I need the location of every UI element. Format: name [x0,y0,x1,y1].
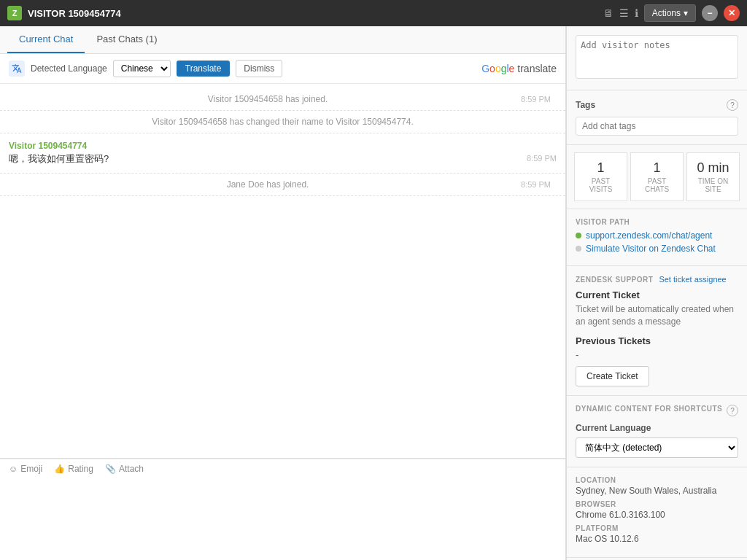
system-message-3: Jane Doe has joined. 8:59 PM [0,176,565,192]
current-language-select[interactable]: 简体中文 (detected) [576,438,738,458]
system-message-1: Visitor 1509454658 has joined. 8:59 PM [0,91,565,107]
stat-past-chats: 1 PAST CHATS [630,152,684,201]
browser-key: BROWSER [576,500,738,508]
past-chats-number: 1 [637,160,677,176]
titlebar-info-icon: ℹ [635,7,638,19]
set-assignee-link[interactable]: Set ticket assignee [659,275,726,284]
platform-key: PLATFORM [576,524,738,532]
minimize-button[interactable]: − [702,5,718,21]
rating-icon: 👍 [54,464,65,474]
actions-button[interactable]: Actions ▾ [644,4,696,22]
translate-bar: Detected Language Chinese Translate Dism… [0,54,565,84]
current-language-label: Current Language [576,423,738,433]
path-dot-1 [576,233,581,238]
previous-tickets-value: - [576,349,738,360]
app-icon: Z [7,6,22,20]
visitor-message-block: Visitor 1509454774 嗯，我该如何重置密码? 8:59 PM [0,136,565,170]
notes-section [567,26,747,90]
notes-textarea[interactable] [576,35,738,79]
zendesk-support-label: ZENDESK SUPPORT [576,276,653,284]
tags-help-icon[interactable]: ? [727,99,738,111]
visitor-path-label: VISITOR PATH [576,218,738,226]
detected-language-label: Detected Language [31,63,107,74]
tags-input[interactable] [576,117,738,136]
close-button[interactable]: ✕ [724,5,740,21]
create-ticket-button[interactable]: Create Ticket [576,366,649,386]
tags-section: Tags ? [567,90,747,145]
stat-past-visits: 1 PAST VISITS [574,152,627,201]
current-ticket-desc: Ticket will be automatically created whe… [576,303,738,328]
time-on-site-number: 0 min [693,160,733,176]
language-select[interactable]: Chinese [113,60,171,77]
location-block: LOCATION Sydney, New South Wales, Austra… [576,476,738,496]
location-key: LOCATION [576,476,738,484]
message-content: 嗯，我该如何重置密码? [9,152,109,166]
chat-toolbar: ☺ Emoji 👍 Rating 📎 Attach [0,459,565,478]
path-dot-2 [576,246,581,252]
stats-section: 1 PAST VISITS 1 PAST CHATS 0 min TIME ON… [567,145,747,209]
titlebar-monitor-icon: 🖥 [603,7,614,19]
zendesk-support-section: ZENDESK SUPPORT Set ticket assignee Curr… [567,266,747,396]
browser-value: Chrome 61.0.3163.100 [576,510,738,520]
message-row: 嗯，我该如何重置密码? 8:59 PM [9,152,557,166]
system-message-2: Visitor 1509454658 has changed their nam… [0,114,565,130]
dynamic-content-header: DYNAMIC CONTENT FOR SHORTCUTS ? [576,405,738,417]
language-icon [9,61,25,77]
platform-value: Mac OS 10.12.6 [576,534,738,544]
path-url-2: Simulate Visitor on Zendesk Chat [586,244,716,254]
separator-4 [0,195,565,196]
location-section: LOCATION Sydney, New South Wales, Austra… [567,467,747,558]
message-time: 8:59 PM [527,152,557,163]
browser-block: BROWSER Chrome 61.0.3163.100 [576,500,738,520]
chat-messages: Visitor 1509454658 has joined. 8:59 PM V… [0,84,565,458]
dynamic-content-label: DYNAMIC CONTENT FOR SHORTCUTS [576,405,722,413]
main-layout: Current Chat Past Chats (1) Detected Lan… [0,26,747,560]
tabs-bar: Current Chat Past Chats (1) [0,26,565,54]
past-visits-label: PAST VISITS [581,177,621,193]
separator-1 [0,110,565,111]
actions-dropdown-icon: ▾ [684,8,688,18]
attach-button[interactable]: 📎 Attach [105,464,144,474]
google-translate-logo: Google translate [481,63,557,74]
tab-past-chats[interactable]: Past Chats (1) [85,26,169,53]
stats-row: 1 PAST VISITS 1 PAST CHATS 0 min TIME ON… [573,151,741,203]
separator-3 [0,173,565,174]
titlebar-extra-icon: ☰ [619,7,629,19]
path-item-1[interactable]: support.zendesk.com/chat/agent [576,230,738,241]
right-panel: Tags ? 1 PAST VISITS 1 PAST CHATS 0 min … [566,26,747,560]
location-value: Sydney, New South Wales, Australia [576,486,738,496]
translate-button[interactable]: Translate [177,61,231,77]
attach-icon: 📎 [105,464,116,474]
tags-header: Tags ? [576,99,738,111]
past-chats-label: PAST CHATS [637,177,677,193]
dismiss-button[interactable]: Dismiss [236,60,282,77]
tab-current-chat[interactable]: Current Chat [7,26,85,53]
visitor-name: Visitor 1509454774 [9,141,557,151]
separator-2 [0,133,565,133]
window-title: VISITOR 1509454774 [28,8,597,19]
path-item-2[interactable]: Simulate Visitor on Zendesk Chat [576,244,738,254]
dynamic-help-icon[interactable]: ? [727,405,738,416]
tags-label: Tags [576,100,595,110]
support-header: ZENDESK SUPPORT Set ticket assignee [576,275,738,284]
past-visits-number: 1 [581,160,621,176]
titlebar: Z VISITOR 1509454774 🖥 ☰ ℹ Actions ▾ − ✕ [0,0,747,26]
dynamic-content-section: DYNAMIC CONTENT FOR SHORTCUTS ? Current … [567,396,747,467]
stat-time-on-site: 0 min TIME ON SITE [686,152,740,201]
emoji-button[interactable]: ☺ Emoji [9,464,42,474]
time-on-site-label: TIME ON SITE [693,177,733,193]
chat-panel: Current Chat Past Chats (1) Detected Lan… [0,26,566,560]
current-ticket-title: Current Ticket [576,289,738,300]
previous-tickets-title: Previous Tickets [576,335,738,346]
rating-button[interactable]: 👍 Rating [54,464,93,474]
path-url-1: support.zendesk.com/chat/agent [586,230,712,241]
chat-input-area: ☺ Emoji 👍 Rating 📎 Attach [0,458,565,560]
emoji-icon: ☺ [9,464,18,474]
visitor-path-section: VISITOR PATH support.zendesk.com/chat/ag… [567,209,747,266]
platform-block: PLATFORM Mac OS 10.12.6 [576,524,738,544]
